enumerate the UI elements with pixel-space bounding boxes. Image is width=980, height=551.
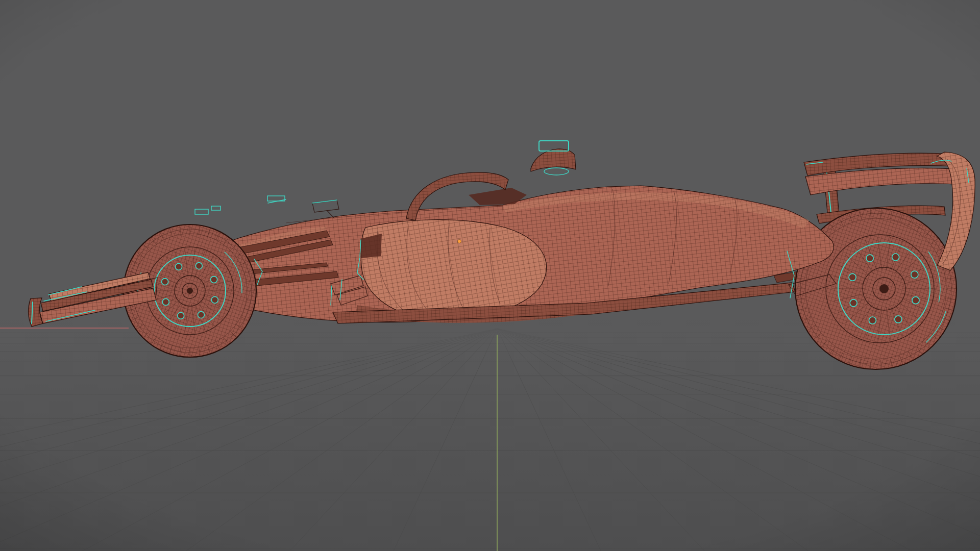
wheel-bolt-circle [912,297,919,304]
wheel-bolt-circle [211,296,218,303]
front-hub-center [187,288,193,294]
wheel-bolt-circle [892,254,899,261]
wheel-bolt-circle [869,317,876,324]
wheel-bolt-circle [176,263,182,270]
sidepod[interactable] [360,220,546,319]
object-origin-dot [458,240,461,243]
wheel-bolt-circle [195,263,202,269]
wheel-bolt-circle [866,255,873,262]
wheel-bolt-circle [849,273,856,281]
wheel-bolt-circle [162,279,168,285]
wheel-bolt-circle [895,316,902,323]
viewport-canvas[interactable] [0,0,980,551]
wheel-bolt-circle [178,312,184,319]
rear-hub-center [879,284,889,293]
wheel-bolt-circle [162,298,169,305]
3d-viewport[interactable] [0,0,980,551]
wheel-bolt-circle [198,312,204,318]
sidepod-belly [361,220,546,319]
wheel-bolt-circle [211,277,217,283]
wheel-bolt-circle [911,271,918,278]
wheel-bolt-circle [850,299,857,307]
